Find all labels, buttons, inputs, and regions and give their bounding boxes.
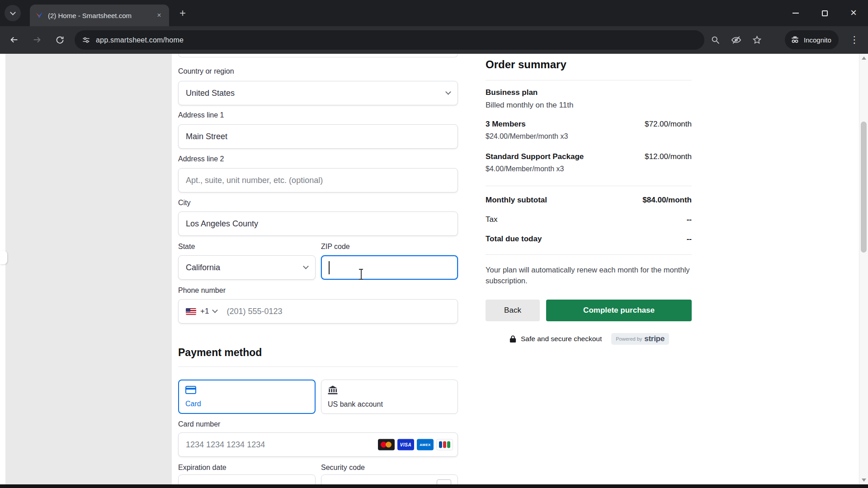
renewal-note: Your plan will automatically renew each …	[486, 264, 692, 286]
total-row: Total due today --	[486, 235, 692, 244]
divider	[486, 254, 692, 255]
complete-purchase-button[interactable]: Complete purchase	[546, 300, 692, 321]
text-cursor-pointer	[358, 269, 364, 280]
subtotal-value: $84.00/month	[642, 196, 692, 205]
scroll-up-arrow[interactable]	[862, 56, 866, 60]
billing-cycle: Billed monthly on the 11th	[486, 101, 573, 110]
payment-method-heading: Payment method	[178, 347, 262, 359]
browser-menu-button[interactable]	[846, 32, 863, 48]
scroll-down-arrow[interactable]	[862, 479, 866, 482]
payment-tab-bank-label: US bank account	[328, 400, 383, 408]
reload-icon	[55, 35, 65, 45]
bookmark-button[interactable]	[749, 32, 765, 48]
reload-button[interactable]	[51, 31, 68, 48]
tax-value: --	[687, 215, 692, 224]
incognito-badge[interactable]: Incognito	[785, 30, 839, 49]
maximize-icon	[822, 10, 828, 16]
smartsheet-favicon	[35, 11, 43, 19]
state-select[interactable]: California	[178, 255, 316, 280]
country-value: United States	[186, 89, 235, 98]
clipped-field-above	[178, 54, 458, 57]
security-code-label: Security code	[321, 464, 365, 472]
browser-toolbar: app.smartsheet.com/home Incognito	[0, 26, 868, 54]
state-label: State	[178, 243, 195, 251]
city-input[interactable]	[178, 211, 458, 236]
plan-name: Business plan	[486, 88, 538, 97]
minimize-icon	[793, 13, 799, 14]
line-item-name: Standard Support Package	[486, 152, 584, 161]
new-tab-button[interactable]	[176, 7, 189, 20]
incognito-label: Incognito	[804, 36, 831, 44]
bank-icon	[328, 385, 338, 394]
address-line1-input[interactable]	[178, 124, 458, 149]
forward-arrow-icon	[32, 35, 42, 45]
credit-card-icon	[185, 386, 196, 394]
phone-placeholder: (201) 555-0123	[226, 307, 282, 316]
window-controls	[781, 0, 868, 26]
country-select[interactable]: United States	[178, 81, 458, 105]
payment-tab-card[interactable]: Card	[178, 380, 316, 414]
card-number-input[interactable]: 1234 1234 1234 1234 VISA AMEX	[178, 432, 458, 457]
browser-titlebar: (2) Home - Smartsheet.com	[0, 0, 868, 26]
line-item-detail: $24.00/Member/month x3	[486, 132, 568, 141]
order-summary-title: Order summary	[486, 58, 566, 71]
checkout-page: Country or region United States Address …	[0, 54, 868, 488]
secure-checkout-text: Safe and secure checkout	[521, 335, 602, 343]
powered-by-text: Powered by	[616, 336, 642, 342]
payment-tab-bank[interactable]: US bank account	[321, 380, 458, 414]
lock-icon	[509, 335, 517, 343]
chevron-down-icon[interactable]	[212, 307, 218, 313]
page-scrollbar[interactable]	[859, 54, 868, 484]
phone-input[interactable]: +1 (201) 555-0123	[178, 299, 458, 324]
line-item-price: $72.00/month	[645, 120, 692, 129]
minimize-button[interactable]	[781, 0, 810, 26]
chevron-down-icon	[10, 9, 16, 15]
bottom-edge-strip	[0, 484, 868, 488]
city-label: City	[178, 199, 191, 207]
browser-tab[interactable]: (2) Home - Smartsheet.com	[30, 5, 169, 26]
address-bar[interactable]: app.smartsheet.com/home	[75, 30, 704, 50]
dial-code: +1	[200, 307, 209, 316]
visa-icon: VISA	[397, 439, 414, 450]
card-brand-icons: VISA AMEX	[378, 439, 453, 450]
forward-button[interactable]	[28, 31, 46, 48]
chevron-down-icon	[445, 89, 451, 95]
country-label: Country or region	[178, 67, 234, 75]
browser-window: (2) Home - Smartsheet.com app.smartsheet…	[0, 0, 868, 488]
jcb-icon	[436, 439, 453, 450]
payment-tab-card-label: Card	[185, 400, 201, 408]
url-text: app.smartsheet.com/home	[96, 36, 184, 44]
tab-close-button[interactable]	[155, 11, 164, 20]
zip-input[interactable]	[321, 255, 458, 280]
expiration-label: Expiration date	[178, 464, 226, 472]
maximize-button[interactable]	[810, 0, 839, 26]
scrollbar-thumb[interactable]	[861, 122, 867, 253]
divider	[486, 186, 692, 186]
address-line2-input[interactable]	[178, 168, 458, 192]
total-value: --	[687, 235, 692, 244]
tab-search-button[interactable]	[5, 5, 21, 21]
mastercard-icon	[378, 439, 395, 450]
site-settings-icon	[82, 36, 90, 44]
tax-label: Tax	[486, 215, 497, 224]
stripe-logo: stripe	[644, 334, 665, 343]
zoom-button[interactable]	[707, 32, 723, 48]
close-window-button[interactable]	[839, 0, 868, 26]
divider	[486, 80, 692, 80]
line-item-price: $12.00/month	[645, 152, 692, 161]
back-button[interactable]: Back	[486, 300, 540, 321]
subtotal-row: Monthly subtotal $84.00/month	[486, 196, 692, 205]
tracking-protection-button[interactable]	[728, 32, 744, 48]
chevron-down-icon	[303, 263, 309, 269]
phone-label: Phone number	[178, 286, 226, 295]
side-panel-handle[interactable]	[0, 251, 7, 264]
back-button[interactable]	[5, 31, 23, 48]
stripe-badge: Powered by stripe	[611, 333, 669, 345]
address-line1-label: Address line 1	[178, 111, 224, 119]
line-item-name: 3 Members	[486, 120, 526, 129]
state-value: California	[186, 263, 220, 272]
line-item: Standard Support Package $12.00/month	[486, 152, 692, 161]
eye-slash-icon	[731, 35, 741, 45]
secure-checkout-row: Safe and secure checkout Powered by stri…	[509, 333, 669, 345]
back-arrow-icon	[9, 35, 19, 45]
